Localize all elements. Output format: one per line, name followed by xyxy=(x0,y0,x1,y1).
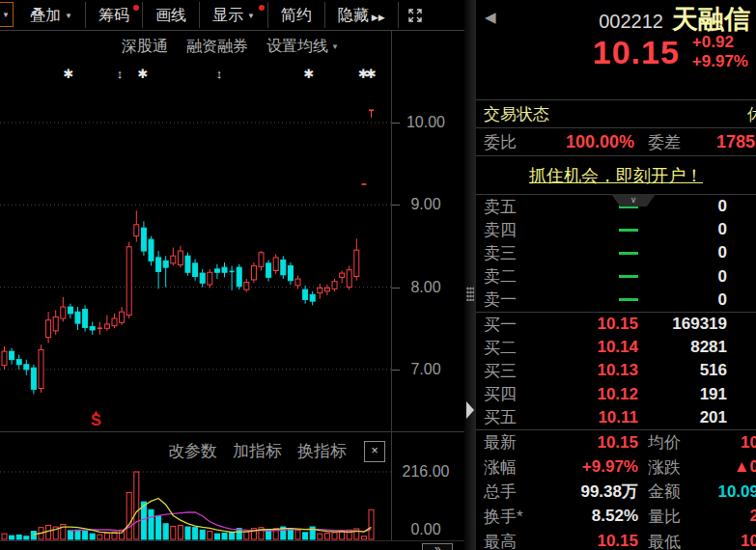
order-level-label: 卖二 xyxy=(484,265,542,288)
price-change: +0.92 +9.97% xyxy=(692,33,748,71)
event-marker-icon: ↕ xyxy=(216,68,223,80)
volume-tick-label: 0.00 xyxy=(391,521,461,538)
order-price: 10.12 xyxy=(542,385,638,404)
stat-row: 最新10.15均价10 xyxy=(476,430,756,455)
ad-row: 抓住机会，即刻开户！ xyxy=(476,155,756,194)
toolbar-button-叠加[interactable]: 叠加▼ xyxy=(17,2,86,28)
notification-dot-icon xyxy=(259,5,265,11)
stat-row: 最高10.15最低10 xyxy=(476,529,756,550)
price-tick-label: 9.00 xyxy=(391,196,461,213)
notification-dot-icon xyxy=(133,5,139,11)
order-level-label: 买一 xyxy=(484,314,542,336)
stock-code: 002212 xyxy=(599,11,663,33)
volume-pane: 改参数加指标换指标× 216.000.00 » xyxy=(0,431,464,550)
weibi-label: 委比 xyxy=(484,131,532,153)
trade-status-value: 休 xyxy=(747,103,756,125)
order-level-label: 买二 xyxy=(484,337,542,359)
order-price: 10.11 xyxy=(542,408,638,427)
order-price: 10.15 xyxy=(542,315,638,334)
order-qty: 0 xyxy=(638,243,727,262)
toolbar-button-隐藏[interactable]: 隐藏▶▶ xyxy=(325,2,399,28)
stat-label: 涨幅 xyxy=(484,456,544,479)
axis-border xyxy=(391,30,392,540)
fullscreen-button[interactable] xyxy=(399,2,432,28)
sell-row-卖二[interactable]: 卖二0 xyxy=(476,265,756,289)
buy-row-买一[interactable]: 买一10.15169319 xyxy=(476,313,756,336)
stat-label: 换手* xyxy=(484,506,544,528)
order-qty: 516 xyxy=(638,361,727,380)
toolbar-button-显示[interactable]: 显示▼ xyxy=(200,2,268,28)
toolbar-button-简约[interactable]: 简约 xyxy=(268,2,325,28)
toolbar-button-筹码[interactable]: 筹码 xyxy=(86,2,143,28)
indicator-button-换指标[interactable]: 换指标 xyxy=(297,440,347,462)
empty-price-dash-icon xyxy=(619,252,638,255)
close-indicator-button[interactable]: × xyxy=(364,441,385,462)
sell-row-卖三[interactable]: 卖三0 xyxy=(476,241,756,264)
stat-label: 最低 xyxy=(648,531,717,550)
stat-value: ▲0 xyxy=(717,457,756,477)
order-level-label: 买四 xyxy=(484,383,542,405)
stat-row: 总手99.38万金额10.09 xyxy=(476,480,756,505)
weibi-row: 委比 100.00% 委差 1785 xyxy=(476,127,756,155)
buy-row-买四[interactable]: 买四10.12191 xyxy=(476,383,756,406)
order-level-label: 卖五 xyxy=(484,196,542,218)
price-row: 10.15 +0.92 +9.97% xyxy=(593,33,748,71)
splitter-grip-icon[interactable] xyxy=(466,287,474,301)
fullscreen-icon xyxy=(406,6,425,25)
stat-row: 换手*8.52%量比2 xyxy=(476,505,756,530)
order-price: 10.14 xyxy=(542,338,638,357)
price-tick-label: 8.00 xyxy=(391,279,461,296)
more-indicators-button[interactable]: » xyxy=(422,543,453,550)
trade-status-label: 交易状态 xyxy=(484,103,549,125)
empty-price-dash-icon xyxy=(619,275,638,278)
back-arrow-icon[interactable]: ◀ xyxy=(485,9,496,26)
buy-row-买三[interactable]: 买三10.13516 xyxy=(476,359,756,382)
indicator-toolbar: 改参数加指标换指标× xyxy=(0,440,385,462)
buy-order-book: 买一10.15169319买二10.148281买三10.13516买四10.1… xyxy=(476,312,756,429)
buy-row-买二[interactable]: 买二10.148281 xyxy=(476,336,756,359)
order-qty: 0 xyxy=(638,267,727,287)
stock-title: 002212 天融信 xyxy=(599,2,750,37)
stock-name: 天融信 xyxy=(672,2,750,37)
order-level-label: 卖三 xyxy=(484,242,542,264)
sell-row-卖四[interactable]: 卖四0 xyxy=(476,218,756,241)
event-marker-icon: ✱✱ xyxy=(358,68,374,80)
order-level-label: 买三 xyxy=(484,360,542,382)
volume-tick-label: 216.00 xyxy=(391,463,461,481)
stat-label: 总手 xyxy=(484,481,544,503)
toolbar-partial-button[interactable]: ▼ xyxy=(0,2,14,27)
stat-value: 10.15 xyxy=(544,433,638,453)
collapse-panel-arrow-icon[interactable] xyxy=(466,401,474,419)
price-tick-label: 7.00 xyxy=(391,361,461,378)
toolbar-button-label: 叠加 xyxy=(30,7,61,23)
axis-tick xyxy=(392,123,400,124)
event-marker-icon: ↕ xyxy=(117,68,124,80)
stat-label: 涨跌 xyxy=(648,456,717,479)
order-level-label: 卖一 xyxy=(484,289,542,311)
sell-row-卖一[interactable]: 卖一0 xyxy=(476,289,756,312)
sell-order-book: ∨ 卖五0卖四0卖三0卖二0卖一0 xyxy=(476,194,756,312)
stat-value: +9.97% xyxy=(544,457,638,477)
change-value: +0.92 xyxy=(692,33,748,52)
order-qty: 169319 xyxy=(638,315,727,334)
trade-status-row: 交易状态 休 xyxy=(476,99,756,127)
weicha-value: 1785 xyxy=(681,132,755,152)
stat-row: 涨幅+9.97%涨跌▲0 xyxy=(476,454,756,480)
event-marker-icon: ✱ xyxy=(304,68,315,80)
price-tick-label: 10.00 xyxy=(391,114,461,131)
stat-value: 10 xyxy=(717,433,756,453)
panel-splitter[interactable] xyxy=(464,0,476,550)
empty-price-dash-icon xyxy=(619,229,638,232)
axis-tick xyxy=(392,205,400,206)
open-account-link[interactable]: 抓住机会，即刻开户！ xyxy=(529,164,703,187)
buy-row-买五[interactable]: 买五10.11201 xyxy=(476,406,756,429)
stat-value: 99.38万 xyxy=(544,481,638,503)
indicator-button-加指标[interactable]: 加指标 xyxy=(233,440,282,462)
chevron-down-icon: ▼ xyxy=(247,12,255,20)
toolbar-button-label: 画线 xyxy=(155,7,186,23)
toolbar-buttons: 叠加▼筹码画线显示▼简约隐藏▶▶ xyxy=(17,0,399,30)
stat-label: 量比 xyxy=(648,506,717,528)
toolbar-button-画线[interactable]: 画线 xyxy=(143,2,200,28)
indicator-button-改参数[interactable]: 改参数 xyxy=(168,440,217,462)
chevron-down-icon: ▼ xyxy=(65,12,72,20)
